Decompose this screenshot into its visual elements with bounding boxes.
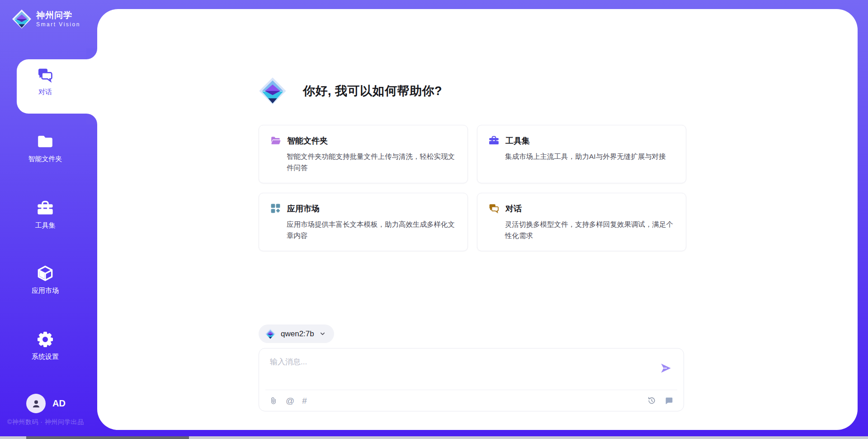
sidebar-item-apps[interactable]: 应用市场 <box>0 264 90 295</box>
gear-icon <box>36 330 54 348</box>
folder-icon <box>36 133 54 151</box>
user-name: AD <box>52 398 66 409</box>
feature-cards: 智能文件夹 智能文件夹功能支持批量文件上传与清洗，轻松实现文件问答 <box>259 125 686 251</box>
card-description: 灵活切换多模型文件，支持多样回复效果调试，满足个性化需求 <box>505 219 675 241</box>
person-icon <box>30 398 42 410</box>
chat-bubbles-icon <box>37 67 54 84</box>
feedback-button[interactable] <box>664 396 674 406</box>
sidebar: 神州问学 Smart Vision 对话 智能文件夹 <box>0 0 97 439</box>
horizontal-scrollbar-thumb[interactable] <box>26 436 189 439</box>
brand-name-cn: 神州问学 <box>36 10 80 21</box>
model-diamond-logo-icon <box>265 329 276 339</box>
message-composer: @ # <box>259 348 684 411</box>
card-smart-folder[interactable]: 智能文件夹 智能文件夹功能支持批量文件上传与清洗，轻松实现文件问答 <box>259 125 468 183</box>
at-icon: @ <box>286 396 294 406</box>
sidebar-item-label: 对话 <box>38 88 52 96</box>
sidebar-item-settings[interactable]: 系统设置 <box>0 330 90 361</box>
model-selector[interactable]: qwen2:7b <box>259 324 334 343</box>
model-name: qwen2:7b <box>281 329 314 339</box>
chevron-down-icon <box>319 330 326 337</box>
send-icon <box>660 362 672 374</box>
card-description: 集成市场上主流工具，助力AI与外界无缝扩展与对接 <box>505 151 675 162</box>
card-title: 应用市场 <box>287 203 320 214</box>
mention-button[interactable]: @ <box>286 396 294 406</box>
tab-fillet-top <box>86 48 97 59</box>
cube-icon <box>36 264 54 282</box>
attach-button[interactable] <box>269 396 278 406</box>
card-toolset[interactable]: 工具集 集成市场上主流工具，助力AI与外界无缝扩展与对接 <box>477 125 686 183</box>
brand: 神州问学 Smart Vision <box>12 9 80 29</box>
sidebar-item-label: 智能文件夹 <box>28 155 62 163</box>
history-clock-icon <box>647 396 656 406</box>
sidebar-item-label: 工具集 <box>35 221 56 230</box>
greeting-diamond-logo-icon <box>259 77 287 105</box>
grid-icon <box>270 203 281 214</box>
paperclip-icon <box>269 396 278 406</box>
send-button[interactable] <box>659 362 672 375</box>
main-panel: 你好, 我可以如何帮助你? 智能文件夹 智能文件夹功能支持批量文件上传与清洗，轻… <box>97 9 858 430</box>
card-description: 智能文件夹功能支持批量文件上传与清洗，轻松实现文件问答 <box>287 151 457 173</box>
chat-bubbles-icon <box>488 203 500 214</box>
folder-open-icon <box>270 135 281 146</box>
chat-square-icon <box>664 396 674 406</box>
copyright: ©神州数码 · 神州问学出品 <box>7 418 84 426</box>
greeting-title: 你好, 我可以如何帮助你? <box>303 83 442 99</box>
sidebar-item-label: 系统设置 <box>32 353 59 361</box>
card-title: 工具集 <box>505 135 530 146</box>
card-app-market[interactable]: 应用市场 应用市场提供丰富长文本模板，助力高效生成多样化文章内容 <box>259 193 468 251</box>
brand-diamond-logo-icon <box>12 9 32 29</box>
sidebar-item-chat[interactable]: 对话 <box>0 67 90 96</box>
sidebar-item-tools[interactable]: 工具集 <box>0 199 90 230</box>
card-chat[interactable]: 对话 灵活切换多模型文件，支持多样回复效果调试，满足个性化需求 <box>477 193 686 251</box>
card-description: 应用市场提供丰富长文本模板，助力高效生成多样化文章内容 <box>287 219 457 241</box>
card-title: 智能文件夹 <box>287 135 328 146</box>
composer-toolbar: @ # <box>269 390 674 411</box>
card-title: 对话 <box>505 203 522 214</box>
user-profile[interactable]: AD <box>26 394 66 413</box>
toolbox-icon <box>488 135 500 146</box>
message-input[interactable] <box>259 348 659 384</box>
greeting: 你好, 我可以如何帮助你? <box>259 77 442 105</box>
hashtag-button[interactable]: # <box>302 396 307 406</box>
sidebar-item-folders[interactable]: 智能文件夹 <box>0 133 90 163</box>
toolbox-icon <box>36 199 54 217</box>
hashtag-icon: # <box>302 396 307 406</box>
history-button[interactable] <box>647 396 656 406</box>
avatar <box>26 394 46 413</box>
horizontal-scrollbar[interactable] <box>0 436 868 439</box>
sidebar-item-label: 应用市场 <box>32 286 59 295</box>
brand-name-en: Smart Vision <box>36 21 80 28</box>
tab-fillet-bottom <box>86 114 97 124</box>
